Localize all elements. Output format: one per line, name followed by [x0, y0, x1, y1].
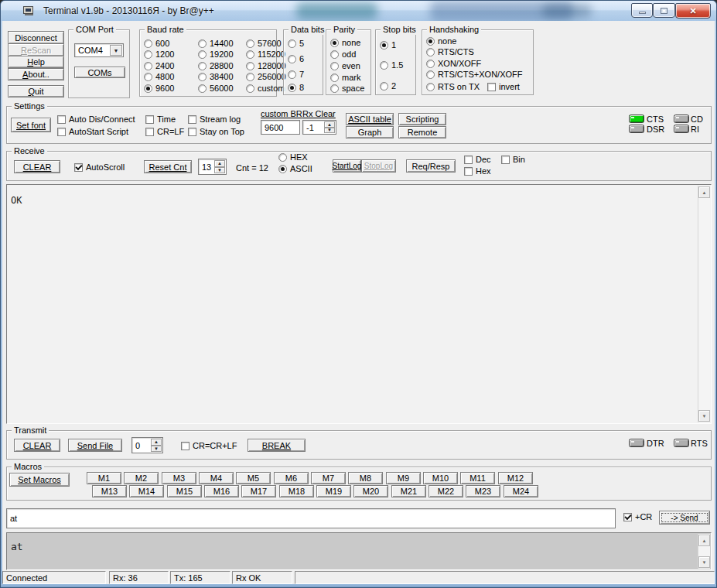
- rx-clear-spinner[interactable]: -1 ▲ ▼: [302, 120, 336, 135]
- invert-checkbox[interactable]: invert: [487, 82, 520, 91]
- baud-custom-radio[interactable]: custom: [246, 84, 285, 93]
- parity-space-radio[interactable]: space: [330, 84, 364, 93]
- spin-down-icon[interactable]: ▼: [324, 128, 335, 134]
- send-input[interactable]: [6, 508, 616, 528]
- scroll-up-icon[interactable]: ▲: [698, 535, 710, 546]
- quit-button[interactable]: Quit: [8, 85, 64, 97]
- parity-even-radio[interactable]: even: [330, 61, 360, 70]
- time-checkbox[interactable]: Time: [145, 115, 176, 124]
- dec-checkbox[interactable]: Dec: [464, 155, 491, 164]
- rx-counter-spinner[interactable]: 13 ▲ ▼: [198, 159, 227, 175]
- autoscroll-checkbox[interactable]: AutoScroll: [74, 162, 125, 172]
- spin-up-icon[interactable]: ▲: [324, 121, 335, 128]
- cr-lf-checkbox[interactable]: CR=LF: [145, 127, 184, 136]
- spin-up-icon[interactable]: ▲: [151, 439, 162, 446]
- close-button[interactable]: ✕: [675, 3, 711, 19]
- auto-dis-connect-checkbox[interactable]: Auto Dis/Connect: [57, 115, 135, 124]
- macro-m20-button[interactable]: M20: [353, 485, 388, 497]
- baud-1200-radio[interactable]: 1200: [144, 50, 174, 59]
- set-macros-button[interactable]: Set Macros: [9, 473, 70, 487]
- baud-115200-radio[interactable]: 115200: [246, 50, 285, 59]
- maximize-button[interactable]: [653, 3, 675, 18]
- baud-256000-radio[interactable]: 256000: [246, 72, 286, 81]
- help-button[interactable]: Help: [8, 56, 64, 68]
- databits-5-radio[interactable]: 5: [288, 39, 304, 48]
- stopbits-1-5-radio[interactable]: 1.5: [380, 60, 403, 70]
- baud-56000-radio[interactable]: 56000: [198, 84, 234, 93]
- baud-4800-radio[interactable]: 4800: [144, 72, 174, 81]
- handshaking-xon-xoff-radio[interactable]: XON/XOFF: [426, 59, 481, 68]
- handshaking-none-radio[interactable]: none: [426, 36, 456, 46]
- send-button[interactable]: -> Send: [659, 511, 710, 525]
- stopbits-2-radio[interactable]: 2: [380, 81, 396, 91]
- monitor-scrollbar[interactable]: ▲ ▼: [698, 534, 710, 569]
- macro-m23-button[interactable]: M23: [466, 485, 500, 497]
- disconnect-button[interactable]: Disconnect: [8, 31, 64, 44]
- macro-m24-button[interactable]: M24: [504, 485, 538, 497]
- ascii-table-button[interactable]: ASCII table: [346, 113, 394, 125]
- handshaking-rts-cts-radio[interactable]: RTS/CTS: [426, 47, 474, 56]
- macro-m19-button[interactable]: M19: [316, 485, 351, 497]
- databits-6-radio[interactable]: 6: [288, 54, 304, 63]
- baud-57600-radio[interactable]: 57600: [246, 39, 282, 48]
- macro-m16-button[interactable]: M16: [204, 485, 239, 497]
- macro-m4-button[interactable]: M4: [199, 472, 234, 484]
- spin-up-icon[interactable]: ▲: [214, 160, 225, 167]
- scripting-button[interactable]: Scripting: [398, 113, 446, 125]
- stay-on-top-checkbox[interactable]: Stay on Top: [188, 127, 244, 136]
- remote-button[interactable]: Remote: [398, 126, 446, 138]
- macro-m9-button[interactable]: M9: [386, 472, 421, 484]
- macro-m15-button[interactable]: M15: [167, 485, 202, 497]
- macro-m1-button[interactable]: M1: [87, 472, 121, 484]
- receive-scrollbar[interactable]: ▲ ▼: [698, 186, 710, 422]
- plus-cr-checkbox[interactable]: +CR: [623, 512, 652, 521]
- startlog-button[interactable]: StartLog: [333, 159, 361, 173]
- macro-m5-button[interactable]: M5: [236, 472, 271, 484]
- macro-m22-button[interactable]: M22: [428, 485, 463, 497]
- macro-m12-button[interactable]: M12: [498, 472, 533, 484]
- autostart-script-checkbox[interactable]: AutoStart Script: [57, 127, 128, 136]
- baud-19200-radio[interactable]: 19200: [198, 50, 234, 59]
- macro-m2-button[interactable]: M2: [124, 472, 159, 484]
- about-button[interactable]: About..: [8, 68, 64, 80]
- macro-m18-button[interactable]: M18: [279, 485, 314, 497]
- chevron-down-icon[interactable]: ▼: [110, 45, 122, 56]
- coms-button[interactable]: COMs: [74, 67, 125, 78]
- bin-checkbox[interactable]: Bin: [501, 155, 525, 164]
- macro-m17-button[interactable]: M17: [241, 485, 276, 497]
- macro-m3-button[interactable]: M3: [162, 472, 196, 484]
- databits-7-radio[interactable]: 7: [288, 70, 304, 79]
- spin-down-icon[interactable]: ▼: [151, 446, 162, 453]
- baud-2400-radio[interactable]: 2400: [144, 61, 174, 70]
- scroll-up-icon[interactable]: ▲: [698, 186, 710, 198]
- parity-mark-radio[interactable]: mark: [330, 73, 360, 82]
- baud-38400-radio[interactable]: 38400: [198, 72, 234, 81]
- macro-m6-button[interactable]: M6: [274, 472, 309, 484]
- graph-button[interactable]: Graph: [346, 126, 394, 138]
- set-font-button[interactable]: Set font: [11, 118, 51, 132]
- macro-m11-button[interactable]: M11: [460, 472, 495, 484]
- handshaking-rts-on-tx-radio[interactable]: RTS on TX: [426, 82, 480, 91]
- parity-odd-radio[interactable]: odd: [330, 50, 356, 59]
- baud-128000-radio[interactable]: 128000: [246, 61, 286, 70]
- custom-br-input[interactable]: 9600: [261, 120, 300, 135]
- receive-clear-button[interactable]: CLEAR: [14, 160, 60, 173]
- scroll-down-icon[interactable]: ▼: [698, 556, 710, 568]
- macro-m10-button[interactable]: M10: [423, 472, 458, 484]
- baud-14400-radio[interactable]: 14400: [198, 39, 234, 48]
- com-port-select[interactable]: COM4 ▼: [74, 43, 124, 57]
- macro-m14-button[interactable]: M14: [129, 485, 164, 497]
- spin-down-icon[interactable]: ▼: [214, 167, 225, 174]
- baud-600-radio[interactable]: 600: [144, 39, 169, 48]
- cr-crlf-checkbox[interactable]: CR=CR+LF: [181, 441, 237, 450]
- transmit-clear-button[interactable]: CLEAR: [14, 439, 60, 452]
- macro-m21-button[interactable]: M21: [391, 485, 426, 497]
- minimize-button[interactable]: [631, 3, 653, 18]
- send-file-button[interactable]: Send File: [68, 439, 122, 452]
- databits-8-radio[interactable]: 8: [288, 83, 304, 92]
- tx-delay-spinner[interactable]: 0 ▲ ▼: [131, 437, 163, 453]
- reset-cnt-button[interactable]: Reset Cnt: [144, 160, 192, 173]
- req-resp-button[interactable]: Req/Resp: [406, 159, 456, 173]
- break-button[interactable]: BREAK: [248, 439, 306, 452]
- baud-28800-radio[interactable]: 28800: [198, 61, 234, 70]
